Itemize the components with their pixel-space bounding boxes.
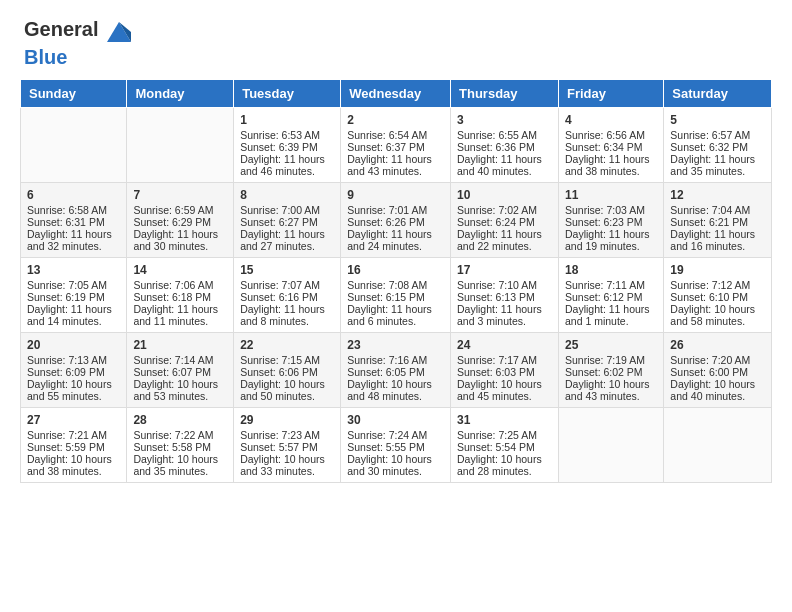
sunset-text: Sunset: 5:54 PM — [457, 441, 552, 453]
day-cell — [558, 408, 663, 483]
sunrise-text: Sunrise: 7:17 AM — [457, 354, 552, 366]
day-number: 18 — [565, 263, 657, 277]
day-number: 1 — [240, 113, 334, 127]
day-number: 4 — [565, 113, 657, 127]
day-number: 22 — [240, 338, 334, 352]
sunrise-text: Sunrise: 7:19 AM — [565, 354, 657, 366]
sunrise-text: Sunrise: 7:25 AM — [457, 429, 552, 441]
day-cell: 25Sunrise: 7:19 AMSunset: 6:02 PMDayligh… — [558, 333, 663, 408]
sunset-text: Sunset: 6:03 PM — [457, 366, 552, 378]
daylight-text: Daylight: 10 hours and 30 minutes. — [347, 453, 444, 477]
day-number: 8 — [240, 188, 334, 202]
sunrise-text: Sunrise: 7:05 AM — [27, 279, 120, 291]
sunset-text: Sunset: 6:27 PM — [240, 216, 334, 228]
daylight-text: Daylight: 10 hours and 53 minutes. — [133, 378, 227, 402]
daylight-text: Daylight: 11 hours and 1 minute. — [565, 303, 657, 327]
sunset-text: Sunset: 6:12 PM — [565, 291, 657, 303]
sunset-text: Sunset: 5:55 PM — [347, 441, 444, 453]
daylight-text: Daylight: 11 hours and 24 minutes. — [347, 228, 444, 252]
week-row-5: 27Sunrise: 7:21 AMSunset: 5:59 PMDayligh… — [21, 408, 772, 483]
sunset-text: Sunset: 6:10 PM — [670, 291, 765, 303]
daylight-text: Daylight: 11 hours and 8 minutes. — [240, 303, 334, 327]
calendar-wrapper: SundayMondayTuesdayWednesdayThursdayFrid… — [0, 79, 792, 493]
sunrise-text: Sunrise: 7:24 AM — [347, 429, 444, 441]
day-cell: 7Sunrise: 6:59 AMSunset: 6:29 PMDaylight… — [127, 183, 234, 258]
sunset-text: Sunset: 6:34 PM — [565, 141, 657, 153]
day-cell: 30Sunrise: 7:24 AMSunset: 5:55 PMDayligh… — [341, 408, 451, 483]
sunset-text: Sunset: 6:00 PM — [670, 366, 765, 378]
day-cell: 1Sunrise: 6:53 AMSunset: 6:39 PMDaylight… — [234, 108, 341, 183]
daylight-text: Daylight: 10 hours and 48 minutes. — [347, 378, 444, 402]
sunset-text: Sunset: 6:24 PM — [457, 216, 552, 228]
logo-general: General — [24, 18, 98, 40]
day-number: 7 — [133, 188, 227, 202]
sunrise-text: Sunrise: 6:53 AM — [240, 129, 334, 141]
day-header-monday: Monday — [127, 80, 234, 108]
day-cell: 24Sunrise: 7:17 AMSunset: 6:03 PMDayligh… — [451, 333, 559, 408]
day-number: 6 — [27, 188, 120, 202]
daylight-text: Daylight: 11 hours and 27 minutes. — [240, 228, 334, 252]
sunrise-text: Sunrise: 7:07 AM — [240, 279, 334, 291]
sunrise-text: Sunrise: 6:55 AM — [457, 129, 552, 141]
daylight-text: Daylight: 11 hours and 38 minutes. — [565, 153, 657, 177]
sunset-text: Sunset: 6:15 PM — [347, 291, 444, 303]
sunrise-text: Sunrise: 7:06 AM — [133, 279, 227, 291]
day-cell: 10Sunrise: 7:02 AMSunset: 6:24 PMDayligh… — [451, 183, 559, 258]
daylight-text: Daylight: 10 hours and 35 minutes. — [133, 453, 227, 477]
sunrise-text: Sunrise: 7:04 AM — [670, 204, 765, 216]
header: General Blue — [0, 0, 792, 79]
sunset-text: Sunset: 5:57 PM — [240, 441, 334, 453]
day-cell: 28Sunrise: 7:22 AMSunset: 5:58 PMDayligh… — [127, 408, 234, 483]
day-number: 21 — [133, 338, 227, 352]
day-cell: 20Sunrise: 7:13 AMSunset: 6:09 PMDayligh… — [21, 333, 127, 408]
sunset-text: Sunset: 6:39 PM — [240, 141, 334, 153]
daylight-text: Daylight: 11 hours and 32 minutes. — [27, 228, 120, 252]
day-number: 31 — [457, 413, 552, 427]
sunset-text: Sunset: 6:26 PM — [347, 216, 444, 228]
day-cell — [21, 108, 127, 183]
day-cell: 9Sunrise: 7:01 AMSunset: 6:26 PMDaylight… — [341, 183, 451, 258]
day-number: 14 — [133, 263, 227, 277]
sunset-text: Sunset: 6:19 PM — [27, 291, 120, 303]
day-number: 27 — [27, 413, 120, 427]
sunrise-text: Sunrise: 7:10 AM — [457, 279, 552, 291]
sunrise-text: Sunrise: 6:56 AM — [565, 129, 657, 141]
logo-icon — [105, 18, 133, 46]
day-cell: 27Sunrise: 7:21 AMSunset: 5:59 PMDayligh… — [21, 408, 127, 483]
daylight-text: Daylight: 11 hours and 3 minutes. — [457, 303, 552, 327]
day-number: 23 — [347, 338, 444, 352]
daylight-text: Daylight: 11 hours and 16 minutes. — [670, 228, 765, 252]
sunset-text: Sunset: 6:31 PM — [27, 216, 120, 228]
day-cell: 21Sunrise: 7:14 AMSunset: 6:07 PMDayligh… — [127, 333, 234, 408]
sunrise-text: Sunrise: 7:13 AM — [27, 354, 120, 366]
day-number: 12 — [670, 188, 765, 202]
daylight-text: Daylight: 11 hours and 19 minutes. — [565, 228, 657, 252]
sunrise-text: Sunrise: 7:02 AM — [457, 204, 552, 216]
daylight-text: Daylight: 10 hours and 38 minutes. — [27, 453, 120, 477]
day-cell: 16Sunrise: 7:08 AMSunset: 6:15 PMDayligh… — [341, 258, 451, 333]
sunrise-text: Sunrise: 7:20 AM — [670, 354, 765, 366]
day-number: 17 — [457, 263, 552, 277]
sunset-text: Sunset: 6:32 PM — [670, 141, 765, 153]
sunrise-text: Sunrise: 7:03 AM — [565, 204, 657, 216]
day-header-tuesday: Tuesday — [234, 80, 341, 108]
day-number: 9 — [347, 188, 444, 202]
day-number: 13 — [27, 263, 120, 277]
sunset-text: Sunset: 6:02 PM — [565, 366, 657, 378]
sunrise-text: Sunrise: 7:22 AM — [133, 429, 227, 441]
sunrise-text: Sunrise: 6:57 AM — [670, 129, 765, 141]
sunset-text: Sunset: 6:29 PM — [133, 216, 227, 228]
logo: General Blue — [24, 18, 133, 69]
day-cell — [664, 408, 772, 483]
sunrise-text: Sunrise: 7:00 AM — [240, 204, 334, 216]
sunset-text: Sunset: 6:07 PM — [133, 366, 227, 378]
daylight-text: Daylight: 11 hours and 6 minutes. — [347, 303, 444, 327]
day-cell: 31Sunrise: 7:25 AMSunset: 5:54 PMDayligh… — [451, 408, 559, 483]
day-cell: 15Sunrise: 7:07 AMSunset: 6:16 PMDayligh… — [234, 258, 341, 333]
sunrise-text: Sunrise: 7:11 AM — [565, 279, 657, 291]
daylight-text: Daylight: 11 hours and 46 minutes. — [240, 153, 334, 177]
sunset-text: Sunset: 6:36 PM — [457, 141, 552, 153]
day-cell: 13Sunrise: 7:05 AMSunset: 6:19 PMDayligh… — [21, 258, 127, 333]
week-row-3: 13Sunrise: 7:05 AMSunset: 6:19 PMDayligh… — [21, 258, 772, 333]
day-header-friday: Friday — [558, 80, 663, 108]
